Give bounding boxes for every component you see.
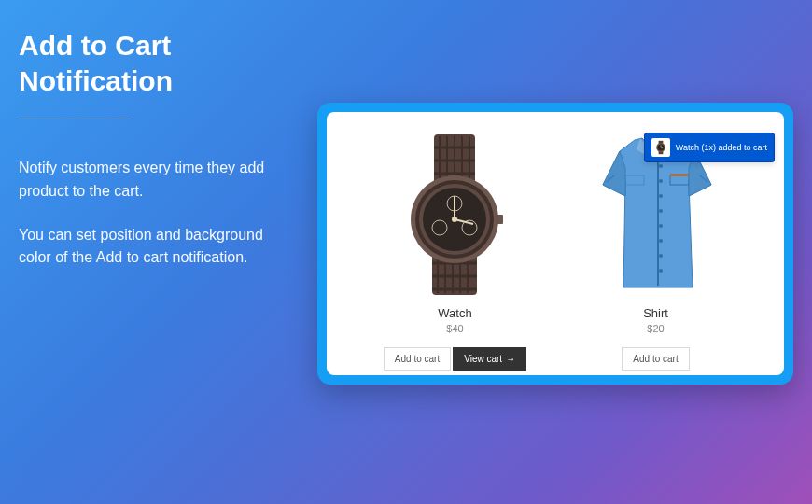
product-name-watch: Watch <box>438 306 471 320</box>
preview-content: Watch $40 Add to cart View cart → <box>327 112 784 375</box>
notification-thumbnail <box>651 138 670 157</box>
svg-point-35 <box>659 239 663 243</box>
product-shirt: Shirt $20 Add to cart <box>567 131 745 358</box>
arrow-right-icon: → <box>506 354 515 364</box>
cart-notification[interactable]: Watch (1x) added to cart <box>644 133 775 162</box>
divider <box>19 119 131 119</box>
add-to-cart-button[interactable]: Add to cart <box>622 347 689 371</box>
product-name-shirt: Shirt <box>643 306 668 320</box>
description: Notify customers every time they add pro… <box>19 157 299 270</box>
svg-point-33 <box>659 209 663 213</box>
product-price-watch: $40 <box>446 323 463 334</box>
svg-point-30 <box>659 164 663 168</box>
product-watch: Watch $40 Add to cart View cart → <box>367 131 544 358</box>
svg-rect-39 <box>670 174 689 176</box>
page-title: Add to Cart Notification <box>19 28 299 98</box>
svg-point-36 <box>659 254 663 258</box>
preview-card: Watch $40 Add to cart View cart → <box>317 103 793 385</box>
add-to-cart-button[interactable]: Add to cart <box>384 347 451 371</box>
notification-text: Watch (1x) added to cart <box>676 143 767 152</box>
svg-point-34 <box>659 224 663 228</box>
svg-rect-28 <box>496 215 503 224</box>
product-price-shirt: $20 <box>647 323 664 334</box>
svg-point-37 <box>659 269 663 273</box>
description-p1: Notify customers every time they add pro… <box>19 157 299 203</box>
svg-point-32 <box>659 194 663 198</box>
view-cart-label: View cart <box>464 354 502 364</box>
watch-image[interactable] <box>376 131 535 299</box>
svg-point-31 <box>659 179 663 183</box>
view-cart-button[interactable]: View cart → <box>453 347 526 371</box>
svg-point-27 <box>452 217 457 222</box>
description-p2: You can set position and background colo… <box>19 224 299 271</box>
